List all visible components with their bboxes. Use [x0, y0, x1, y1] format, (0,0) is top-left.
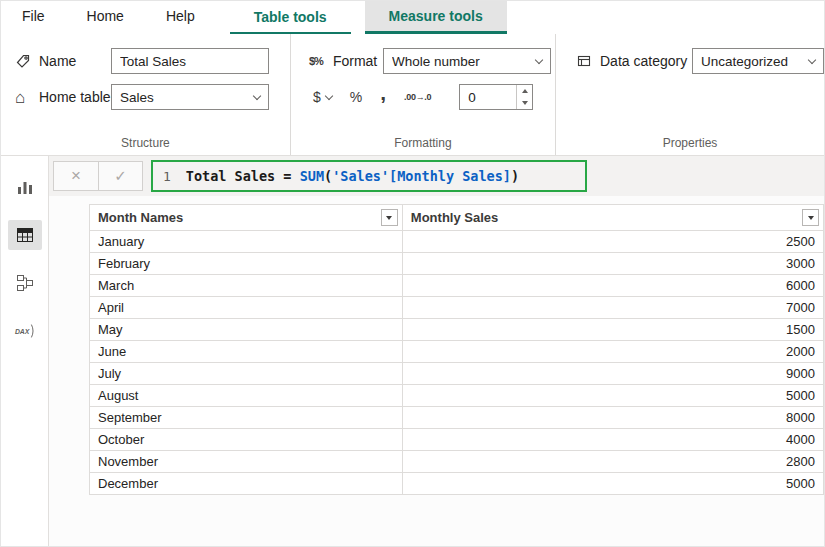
sales-cell[interactable]: 6000 [402, 275, 823, 297]
table-row: October4000 [90, 429, 824, 451]
table-row: September8000 [90, 407, 824, 429]
data-category-icon [576, 53, 600, 69]
properties-group-label: Properties [556, 136, 824, 150]
sales-cell[interactable]: 1500 [402, 319, 823, 341]
rename-tag-icon [15, 53, 39, 69]
month-cell[interactable]: December [90, 473, 403, 495]
powerbi-window: File Home Help Table tools Measure tools… [0, 0, 825, 547]
sales-cell[interactable]: 3000 [402, 253, 823, 275]
tab-file[interactable]: File [1, 1, 66, 34]
spinner-down-button[interactable] [517, 97, 532, 109]
chevron-down-icon [808, 55, 816, 63]
format-label: Format [333, 53, 383, 69]
month-cell[interactable]: July [90, 363, 403, 385]
month-cell[interactable]: June [90, 341, 403, 363]
month-cell[interactable]: November [90, 451, 403, 473]
data-table: Month Names Monthly Sales J [89, 204, 824, 495]
formula-bar: × ✓ 1 Total Sales = SUM('Sales'[Monthly … [49, 156, 824, 196]
dax-formula-text: Total Sales = SUM('Sales'[Monthly Sales]… [186, 168, 519, 184]
monthly-sales-filter-button[interactable] [802, 209, 819, 226]
spinner-up-button[interactable] [517, 85, 532, 97]
home-table-dropdown[interactable]: Sales [111, 84, 269, 110]
home-table-label: Home table [39, 89, 111, 105]
monthly-sales-column-header[interactable]: Monthly Sales [402, 205, 823, 231]
main-area: DAX × ✓ 1 Total Sales = SUM('Sales'[Mont… [1, 156, 824, 547]
model-view-button[interactable] [8, 268, 42, 298]
view-rail: DAX [1, 156, 49, 547]
sales-cell[interactable]: 9000 [402, 363, 823, 385]
report-view-button[interactable] [8, 172, 42, 202]
name-label: Name [39, 53, 111, 69]
data-view-button[interactable] [8, 220, 42, 250]
table-header-row: Month Names Monthly Sales [90, 205, 824, 231]
dax-query-view-button[interactable]: DAX [8, 316, 42, 346]
spinner-arrows [516, 85, 532, 109]
month-cell[interactable]: September [90, 407, 403, 429]
dax-formula-input[interactable]: 1 Total Sales = SUM('Sales'[Monthly Sale… [151, 160, 587, 192]
dax-query-icon: DAX [14, 321, 36, 341]
ribbon-tab-bar: File Home Help Table tools Measure tools [1, 1, 824, 34]
data-category-label: Data category [600, 53, 692, 69]
table-grid-icon [15, 225, 35, 245]
month-cell[interactable]: April [90, 297, 403, 319]
month-cell[interactable]: August [90, 385, 403, 407]
cancel-formula-button[interactable]: × [54, 162, 98, 190]
ribbon: Name ⌂ Home table Sales Structure $% For… [1, 34, 824, 156]
structure-group-label: Structure [1, 136, 290, 150]
sales-cell[interactable]: 2000 [402, 341, 823, 363]
data-view-content: × ✓ 1 Total Sales = SUM('Sales'[Monthly … [49, 156, 824, 547]
table-row: December5000 [90, 473, 824, 495]
decimal-places-spinner [459, 84, 533, 110]
formula-action-buttons: × ✓ [53, 161, 143, 191]
decimal-places-icon[interactable]: .00→.0 [400, 84, 435, 110]
thousands-separator-button[interactable]: , [376, 84, 390, 110]
table-row: March6000 [90, 275, 824, 297]
commit-formula-button[interactable]: ✓ [98, 162, 142, 190]
sales-cell[interactable]: 2500 [402, 231, 823, 253]
model-relationships-icon [15, 273, 35, 293]
table-row: January2500 [90, 231, 824, 253]
format-dropdown[interactable]: Whole number [383, 48, 551, 74]
data-category-dropdown[interactable]: Uncategorized [692, 48, 824, 74]
format-icon: $% [309, 55, 333, 67]
formula-line-number: 1 [163, 169, 171, 184]
table-row: July9000 [90, 363, 824, 385]
chevron-down-icon [253, 91, 261, 99]
sales-cell[interactable]: 8000 [402, 407, 823, 429]
tab-table-tools[interactable]: Table tools [230, 1, 351, 34]
tab-help[interactable]: Help [145, 1, 216, 34]
measure-name-input[interactable] [111, 48, 269, 74]
table-row: February3000 [90, 253, 824, 275]
month-cell[interactable]: March [90, 275, 403, 297]
bar-chart-icon [15, 177, 35, 197]
ribbon-group-structure: Name ⌂ Home table Sales Structure [1, 34, 290, 155]
month-cell[interactable]: February [90, 253, 403, 275]
table-row: June2000 [90, 341, 824, 363]
tab-home[interactable]: Home [66, 1, 145, 34]
month-cell[interactable]: January [90, 231, 403, 253]
sales-cell[interactable]: 4000 [402, 429, 823, 451]
chevron-down-icon [535, 55, 543, 63]
table-row: May1500 [90, 319, 824, 341]
table-row: November2800 [90, 451, 824, 473]
svg-text:DAX: DAX [14, 328, 29, 335]
month-cell[interactable]: May [90, 319, 403, 341]
month-names-column-header[interactable]: Month Names [90, 205, 403, 231]
percent-format-button[interactable]: % [346, 84, 366, 110]
chevron-down-icon [324, 91, 332, 99]
home-table-icon: ⌂ [15, 89, 39, 106]
decimal-places-input[interactable] [460, 85, 516, 109]
month-names-filter-button[interactable] [381, 209, 398, 226]
month-cell[interactable]: October [90, 429, 403, 451]
currency-format-button[interactable]: $ [309, 84, 336, 110]
tab-measure-tools[interactable]: Measure tools [365, 1, 507, 34]
sales-cell[interactable]: 2800 [402, 451, 823, 473]
table-row: August5000 [90, 385, 824, 407]
sales-cell[interactable]: 7000 [402, 297, 823, 319]
filter-dropdown-icon [808, 216, 814, 220]
ribbon-group-formatting: $% Format Whole number $ % , [290, 34, 555, 155]
sales-cell[interactable]: 5000 [402, 385, 823, 407]
sales-cell[interactable]: 5000 [402, 473, 823, 495]
table-row: April7000 [90, 297, 824, 319]
ribbon-group-properties: Data category Uncategorized Properties [555, 34, 824, 155]
